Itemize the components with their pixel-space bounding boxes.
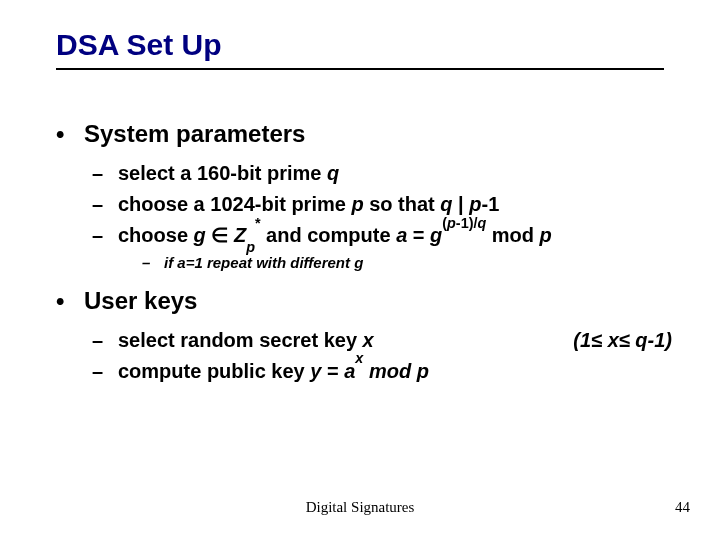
dash-icon: – (92, 358, 118, 385)
item-range: (1≤ x≤ q-1) (374, 327, 680, 354)
slide: DSA Set Up • System parameters – select … (0, 0, 720, 540)
bullet-dot-icon: • (56, 287, 84, 315)
dash-icon: – (142, 253, 164, 273)
heading-text: User keys (84, 287, 197, 315)
item-row: select random secret key x (1≤ x≤ q-1) (118, 327, 680, 354)
bullet-system-parameters: • System parameters (56, 120, 680, 148)
sys-item-g: – choose g ∈ Zp* and compute a = g(p-1)/… (92, 222, 680, 249)
item-text: select a 160-bit prime q (118, 160, 339, 187)
bullet-user-keys: • User keys (56, 287, 680, 315)
sys-note: – if a=1 repeat with different g (142, 253, 680, 273)
dash-icon: – (92, 222, 118, 249)
footer-title: Digital Signatures (0, 499, 720, 516)
sys-item-p: – choose a 1024-bit prime p so that q | … (92, 191, 680, 218)
title-block: DSA Set Up (56, 28, 664, 70)
heading-text: System parameters (84, 120, 305, 148)
dash-icon: – (92, 327, 118, 354)
slide-title: DSA Set Up (56, 28, 664, 62)
user-item-public-key: – compute public key y = ax mod p (92, 358, 680, 385)
title-underline (56, 68, 664, 70)
item-text: choose g ∈ Zp* and compute a = g(p-1)/q … (118, 222, 552, 249)
item-text: compute public key y = ax mod p (118, 358, 429, 385)
note-text: if a=1 repeat with different g (164, 253, 363, 273)
dash-icon: – (92, 160, 118, 187)
user-item-secret-key: – select random secret key x (1≤ x≤ q-1) (92, 327, 680, 354)
bullet-dot-icon: • (56, 120, 84, 148)
slide-content: • System parameters – select a 160-bit p… (56, 120, 680, 389)
item-lhs: select random secret key x (118, 327, 374, 354)
page-number: 44 (675, 499, 690, 516)
sys-item-q: – select a 160-bit prime q (92, 160, 680, 187)
dash-icon: – (92, 191, 118, 218)
